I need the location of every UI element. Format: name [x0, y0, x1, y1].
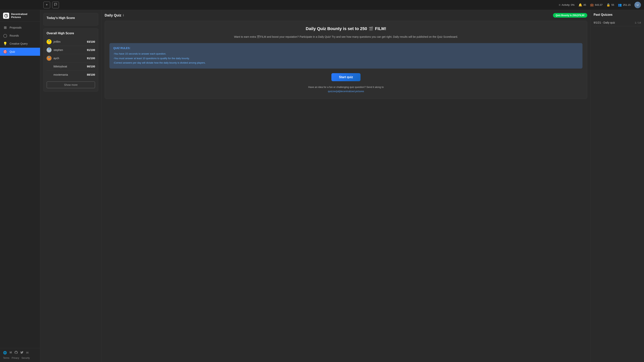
lock-stat: 🔒 55 — [606, 3, 614, 7]
medal-none — [46, 64, 52, 69]
quiz-subtitle: Want to earn extra 🎬FILM and boost your … — [110, 35, 582, 39]
past-quiz-item[interactable]: 9/1/21 - Daily quiz 1 / 14 — [594, 19, 641, 26]
users-icon: 👥 — [618, 3, 622, 7]
sidebar-item-quiz[interactable]: 🎯 Quiz — [0, 48, 40, 56]
proposals-icon: ⊞ — [3, 25, 7, 30]
rule-3: -Correct answers per day will dictate ho… — [113, 60, 579, 65]
wallet-stat: 💼 643.37 — [590, 3, 602, 7]
sidebar-item-proposals[interactable]: ⊞ Proposals — [0, 23, 40, 32]
table-row: 🥇 jmfilm 93/100 — [46, 38, 95, 46]
sidebar: Decentralized Pictures ⊞ Proposals ◯ Rou… — [0, 10, 40, 362]
sidebar-item-creative-query[interactable]: 💡 Creative Query — [0, 40, 40, 48]
brand[interactable]: Decentralized Pictures — [0, 10, 40, 22]
rule-1: -You have 15 seconds to answer each ques… — [113, 51, 579, 56]
score-list: 🥇 jmfilm 93/100 🥈 stephen 91/100 🥉 aych … — [46, 38, 95, 79]
quiz-email[interactable]: quizzes[at]decentralized.pictures — [328, 90, 364, 93]
rounds-icon: ◯ — [3, 33, 7, 38]
main-layout: Decentralized Pictures ⊞ Proposals ◯ Rou… — [0, 10, 644, 362]
chat-button[interactable] — [52, 1, 59, 8]
rules-title: QUIZ RULES: — [113, 46, 579, 50]
today-high-score-title: Today's High Score — [46, 16, 95, 20]
quiz-title-row: Daily Quiz ℹ — [105, 13, 124, 17]
sidebar-links: Terms Privacy Security — [3, 357, 37, 359]
mail-icon[interactable]: ✉ — [26, 351, 28, 355]
quiz-title: Daily Quiz — [105, 13, 121, 17]
content-area: Today's High Score Overall High Score 🥇 … — [40, 10, 644, 362]
add-button[interactable]: + — [43, 1, 50, 8]
users-stat: 👥 251.15 — [618, 3, 630, 7]
brand-logo — [3, 13, 9, 19]
github-icon[interactable] — [14, 351, 18, 355]
top-nav: + ≡ Activity: 0% 🔔 45 💼 643.37 🔒 55 👥 25… — [0, 0, 644, 10]
past-quiz-label: 9/1/21 - Daily quiz — [594, 21, 615, 24]
terms-link[interactable]: Terms — [3, 357, 10, 359]
medal-gold: 🥇 — [46, 39, 52, 44]
creative-query-icon: 💡 — [3, 41, 7, 46]
sidebar-item-rounds[interactable]: ◯ Rounds — [0, 32, 40, 40]
table-row: 🥉 aych 91/100 — [46, 54, 95, 62]
middle-panel: Daily Quiz ℹ Quiz Bounty Is 250@FILM! Da… — [102, 10, 590, 362]
quiz-main-title: Daily Quiz Bounty is set to 250 🎬 FILM! — [110, 26, 582, 31]
quiz-rules-box: QUIZ RULES: -You have 15 seconds to answ… — [110, 43, 582, 68]
privacy-link[interactable]: Privacy — [12, 357, 19, 359]
show-more-button[interactable]: Show more — [46, 81, 95, 88]
medal-silver: 🥈 — [46, 47, 52, 52]
past-quiz-count: 1 / 14 — [634, 21, 641, 24]
info-icon[interactable]: ℹ — [123, 13, 124, 17]
chat-icon — [54, 3, 57, 7]
quiz-footer: Have an idea for a fun or challenging qu… — [110, 85, 582, 93]
start-quiz-button[interactable]: Start quiz — [332, 73, 361, 81]
past-quizzes-title: Past Quizzes — [594, 13, 641, 16]
bounty-badge: Quiz Bounty Is 250@FILM! — [553, 13, 587, 18]
avatar[interactable]: U — [634, 2, 641, 8]
quiz-header: Daily Quiz ℹ Quiz Bounty Is 250@FILM! — [105, 13, 587, 18]
right-panel: Past Quizzes 9/1/21 - Daily quiz 1 / 14 — [590, 10, 644, 362]
sidebar-nav: ⊞ Proposals ◯ Rounds 💡 Creative Query 🎯 … — [0, 22, 40, 348]
security-link[interactable]: Security — [22, 357, 30, 359]
lock-icon: 🔒 — [606, 3, 610, 7]
activity-icon: ≡ — [559, 3, 560, 7]
quiz-card: Daily Quiz Bounty is set to 250 🎬 FILM! … — [105, 21, 587, 99]
left-panel: Today's High Score Overall High Score 🥇 … — [40, 10, 102, 362]
overall-high-score-title: Overall High Score — [46, 32, 95, 35]
sidebar-social: 🌐 M ✉ — [3, 351, 37, 355]
medal-none-2 — [46, 72, 52, 77]
overall-high-score-card: Overall High Score 🥇 jmfilm 93/100 🥈 ste… — [43, 28, 98, 91]
today-high-score-card: Today's High Score — [43, 13, 98, 26]
twitter-icon[interactable] — [20, 351, 24, 355]
wallet-icon: 💼 — [590, 3, 594, 7]
quiz-icon: 🎯 — [3, 50, 7, 54]
medium-icon[interactable]: M — [10, 351, 12, 355]
brand-text: Decentralized Pictures — [11, 13, 28, 18]
notifications-stat[interactable]: 🔔 45 — [578, 3, 586, 7]
globe-icon[interactable]: 🌐 — [3, 351, 7, 355]
film-icon: 🎬 — [368, 26, 373, 31]
top-nav-left: + — [43, 1, 59, 8]
table-row: littletoyboat 90/100 — [46, 62, 95, 71]
table-row: moviemania 88/100 — [46, 71, 95, 79]
table-row: 🥈 stephen 91/100 — [46, 46, 95, 54]
sidebar-footer: 🌐 M ✉ Terms Privacy Security — [0, 348, 40, 362]
rule-2: -You must answer at least 10 questions t… — [113, 56, 579, 60]
top-nav-right: ≡ Activity: 0% 🔔 45 💼 643.37 🔒 55 👥 251.… — [559, 2, 641, 8]
medal-bronze: 🥉 — [46, 56, 52, 61]
activity-stat: ≡ Activity: 0% — [559, 3, 574, 7]
rules-list: -You have 15 seconds to answer each ques… — [113, 51, 579, 65]
bell-icon: 🔔 — [578, 3, 582, 7]
